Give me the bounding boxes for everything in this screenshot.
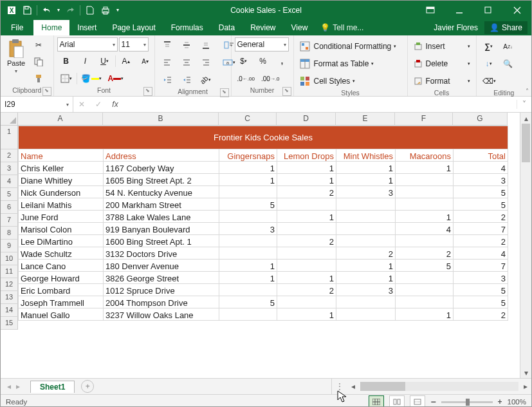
cell-value[interactable]: 1 xyxy=(396,162,454,174)
font-name-combo[interactable]: Arial▾ xyxy=(57,37,118,52)
cell-value[interactable] xyxy=(219,211,277,223)
cell-value[interactable] xyxy=(396,174,454,186)
row-header[interactable]: 14 xyxy=(1,304,18,317)
clear-button[interactable]: ⌫ ▾ xyxy=(480,73,499,89)
font-color-button[interactable]: A ▾ xyxy=(105,71,127,86)
tab-page-layout[interactable]: Page Layout xyxy=(104,20,163,35)
tell-me-search[interactable]: 💡Tell me... xyxy=(315,20,369,35)
view-page-layout-button[interactable] xyxy=(389,395,405,407)
row-header[interactable]: 12 xyxy=(1,278,18,291)
cell-value[interactable] xyxy=(277,247,336,260)
align-left-button[interactable] xyxy=(158,55,176,70)
tab-view[interactable]: View xyxy=(284,20,316,35)
cell-value[interactable]: 2 xyxy=(454,308,508,321)
horizontal-scrollbar[interactable]: ⋮ ◂ ▸ xyxy=(331,379,531,394)
col-header-B[interactable]: B xyxy=(103,113,219,126)
cell-address[interactable]: 3132 Doctors Drive xyxy=(104,247,219,260)
enter-formula-icon[interactable]: ✓ xyxy=(90,100,107,109)
find-select-button[interactable]: 🔍 xyxy=(499,56,517,71)
redo-icon[interactable] xyxy=(63,3,77,17)
cell-value[interactable] xyxy=(336,223,396,235)
row-header[interactable]: 10 xyxy=(1,252,18,265)
cell-value[interactable]: 2 xyxy=(454,235,508,247)
new-sheet-button[interactable]: + xyxy=(81,380,94,393)
borders-button[interactable]: ▾ xyxy=(57,71,75,86)
tab-file[interactable]: File xyxy=(1,20,33,35)
cell-name[interactable]: Lee DiMartino xyxy=(19,235,104,247)
tab-review[interactable]: Review xyxy=(243,20,283,35)
cell-name[interactable]: Manuel Gallo xyxy=(19,308,104,321)
cell-value[interactable]: 1 xyxy=(219,162,277,174)
row-header[interactable]: 5 xyxy=(1,188,18,201)
column-header-cell[interactable]: Gingersnaps xyxy=(219,149,277,162)
undo-icon[interactable] xyxy=(40,3,54,17)
format-painter-button[interactable] xyxy=(30,71,48,86)
percent-format-button[interactable]: % xyxy=(254,53,272,69)
expand-formula-bar-icon[interactable]: ˅ xyxy=(517,100,531,109)
increase-indent-button[interactable] xyxy=(178,72,196,88)
cell-value[interactable] xyxy=(336,211,396,223)
cell-value[interactable]: 7 xyxy=(454,260,508,272)
cell-value[interactable] xyxy=(336,235,396,247)
underline-button[interactable]: U ▾ xyxy=(96,53,114,69)
cell-value[interactable]: 5 xyxy=(454,186,508,198)
row-header[interactable]: 4 xyxy=(1,175,18,188)
cell-name[interactable]: Wade Schultz xyxy=(19,247,104,260)
cell-address[interactable]: 1167 Coberly Way xyxy=(104,162,219,174)
cell-address[interactable]: 3788 Lake Wales Lane xyxy=(104,211,219,223)
row-headers[interactable]: 123456789101112131415 xyxy=(1,126,18,330)
cell-value[interactable]: 3 xyxy=(454,272,508,284)
scroll-down-icon[interactable]: ▾ xyxy=(520,367,531,378)
cell-value[interactable] xyxy=(277,260,336,272)
tab-insert[interactable]: Insert xyxy=(69,20,104,35)
shrink-font-button[interactable]: A▾ xyxy=(136,53,154,69)
font-dialog-icon[interactable]: ⬊ xyxy=(143,87,152,96)
cell-name[interactable]: George Howard xyxy=(19,272,104,284)
cell-address[interactable]: 180 Denver Avenue xyxy=(104,260,219,272)
tab-split-handle[interactable]: ⋮ xyxy=(332,382,347,391)
cell-styles-button[interactable]: Cell Styles▾ xyxy=(297,73,404,89)
vertical-scrollbar[interactable]: ▴ ▾ xyxy=(520,113,531,378)
ribbon-options-icon[interactable] xyxy=(416,1,445,19)
cell-value[interactable] xyxy=(336,198,396,211)
cell-value[interactable]: 1 xyxy=(336,272,396,284)
column-header-cell[interactable]: Name xyxy=(19,149,104,162)
cell-value[interactable]: 1 xyxy=(277,174,336,186)
tab-home[interactable]: Home xyxy=(33,20,69,35)
undo-dropdown-icon[interactable]: ▾ xyxy=(55,3,62,17)
cell-value[interactable]: 1 xyxy=(277,211,336,223)
cell-address[interactable]: 1600 Bing Street Apt. 1 xyxy=(104,235,219,247)
row-header[interactable]: 3 xyxy=(1,162,18,175)
qat-customize-icon[interactable]: ▾ xyxy=(114,3,122,17)
cell-value[interactable]: 7 xyxy=(454,223,508,235)
name-box[interactable]: I29▾ xyxy=(1,97,73,112)
format-as-table-button[interactable]: Format as Table▾ xyxy=(297,56,404,71)
format-cells-button[interactable]: Format▾ xyxy=(411,73,473,89)
insert-cells-button[interactable]: Insert▾ xyxy=(411,39,473,54)
row-header[interactable]: 11 xyxy=(1,265,18,278)
cell-value[interactable] xyxy=(396,235,454,247)
cell-value[interactable]: 1 xyxy=(219,174,277,186)
cell-address[interactable]: 919 Banyan Boulevard xyxy=(104,223,219,235)
cell-value[interactable]: 4 xyxy=(454,247,508,260)
decrease-decimal-button[interactable]: .00→.0 xyxy=(259,71,282,86)
cell-value[interactable] xyxy=(396,284,454,296)
cell-value[interactable]: 1 xyxy=(336,260,396,272)
tab-formulas[interactable]: Formulas xyxy=(163,20,211,35)
row-header[interactable]: 15 xyxy=(1,317,18,330)
cell-value[interactable]: 2 xyxy=(277,186,336,198)
orientation-button[interactable]: ab ▾ xyxy=(197,72,215,88)
cell-value[interactable]: 3 xyxy=(454,174,508,186)
grow-font-button[interactable]: A▴ xyxy=(117,53,135,69)
tab-data[interactable]: Data xyxy=(211,20,243,35)
column-header-cell[interactable]: Lemon Drops xyxy=(277,149,336,162)
cell-value[interactable]: 1 xyxy=(219,260,277,272)
col-header-F[interactable]: F xyxy=(395,113,453,126)
align-top-button[interactable] xyxy=(158,37,176,53)
cell-value[interactable] xyxy=(219,186,277,198)
cell-value[interactable]: 2 xyxy=(454,211,508,223)
clipboard-dialog-icon[interactable]: ⬊ xyxy=(42,87,51,96)
zoom-out-button[interactable]: − xyxy=(430,397,436,407)
col-header-G[interactable]: G xyxy=(453,113,508,126)
cell-value[interactable] xyxy=(396,272,454,284)
